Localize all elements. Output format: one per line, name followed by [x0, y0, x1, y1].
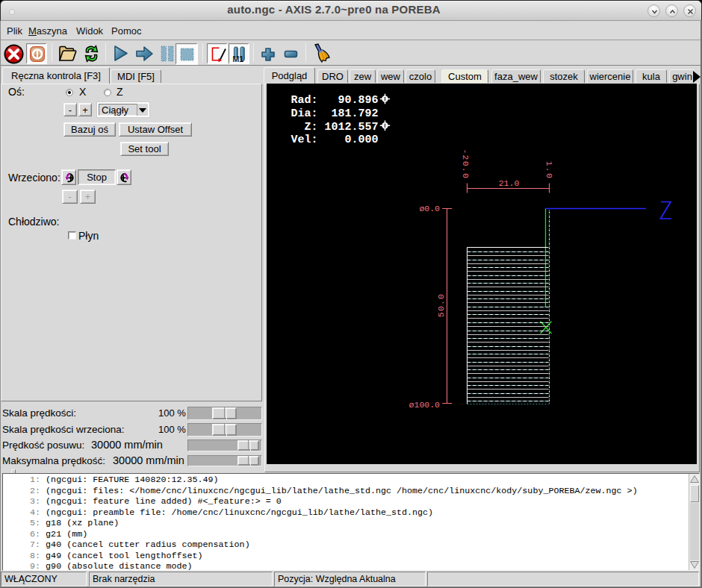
svg-text:ø100.0: ø100.0: [409, 400, 441, 410]
svg-text:21.0: 21.0: [499, 178, 520, 188]
svg-text:1.0: 1.0: [544, 161, 554, 179]
svg-text:M1: M1: [233, 54, 244, 63]
svg-text:ø0.0: ø0.0: [419, 204, 440, 213]
svg-text:50.0: 50.0: [436, 293, 446, 317]
svg-text:Z: 1012.557: Z: 1012.557: [291, 121, 378, 134]
svg-text:Rad: 90.896: Rad: 90.896: [291, 94, 378, 107]
svg-text:Vel: 0.000: Vel: 0.000: [291, 134, 378, 146]
svg-text:Dia: 181.792: Dia: 181.792: [291, 107, 378, 120]
svg-text:-20.0: -20.0: [461, 148, 470, 179]
